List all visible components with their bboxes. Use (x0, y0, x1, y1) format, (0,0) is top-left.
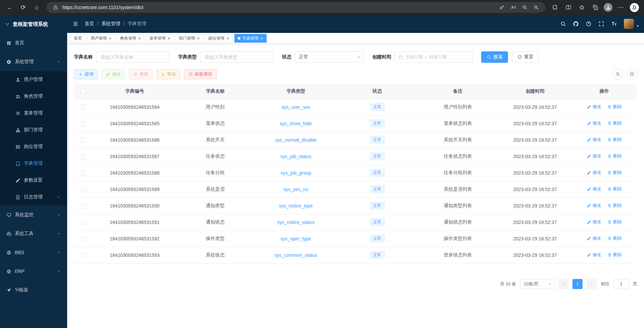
tab-menu-management[interactable]: 菜单管理× (146, 34, 174, 43)
sidebar-item-system-monitor[interactable]: 系统监控 (0, 205, 67, 224)
dict-type-link[interactable]: sys_notice_type (279, 203, 313, 208)
page-number-button[interactable]: 1 (572, 279, 583, 289)
sidebar-item-yi-framework[interactable]: Yi框架 (0, 281, 67, 299)
tab-user-management[interactable]: 用户管理× (87, 34, 115, 43)
row-checkbox[interactable] (81, 236, 86, 241)
add-button[interactable]: 新增 (74, 69, 98, 79)
edit-row-action[interactable]: 修改 (587, 186, 601, 192)
row-checkbox[interactable] (81, 220, 86, 225)
sidebar-item-log-management[interactable]: 日志管理 (0, 189, 67, 205)
delete-row-action[interactable]: 删除 (607, 137, 622, 143)
zoom-out-icon[interactable] (520, 3, 529, 12)
sidebar-item-dept-management[interactable]: 部门管理 (0, 122, 67, 138)
close-icon[interactable]: × (197, 36, 200, 41)
browser-refresh-icon[interactable]: ⟳ (17, 2, 30, 13)
delete-row-action[interactable]: 删除 (607, 153, 622, 159)
edit-row-action[interactable]: 修改 (587, 252, 601, 258)
sidebar-item-param-settings[interactable]: 参数设置 (0, 172, 67, 189)
edit-row-action[interactable]: 修改 (587, 170, 601, 176)
favorites-icon[interactable] (576, 2, 588, 13)
password-key-icon[interactable] (498, 3, 506, 12)
user-avatar[interactable] (624, 19, 634, 29)
search-button[interactable]: 搜索 (481, 51, 508, 63)
status-select[interactable]: 正常 ▾ (295, 51, 364, 63)
app-logo[interactable]: 意框架管理系统 (0, 15, 67, 34)
dict-type-input[interactable] (200, 51, 273, 63)
date-range-picker[interactable]: 开始日期 - 结束日期 (395, 51, 472, 63)
edit-row-action[interactable]: 修改 (587, 153, 601, 159)
dict-type-link[interactable]: sys_user_sex (281, 104, 310, 110)
header-search-icon[interactable] (560, 21, 566, 27)
delete-button[interactable]: 删除 (129, 69, 153, 79)
help-icon[interactable] (586, 21, 592, 27)
dict-type-link[interactable]: sys_job_status (280, 154, 312, 159)
fullscreen-icon[interactable] (598, 21, 604, 27)
tab-post-management[interactable]: 岗位管理× (205, 34, 232, 43)
delete-row-action[interactable]: 删除 (607, 235, 622, 241)
reset-button[interactable]: 重置 (512, 51, 539, 63)
browser-back-icon[interactable]: ← (3, 2, 16, 13)
close-icon[interactable]: × (261, 36, 263, 41)
edit-row-action[interactable]: 修改 (587, 219, 601, 225)
edit-row-action[interactable]: 修改 (587, 104, 601, 110)
edit-row-action[interactable]: 修改 (587, 137, 601, 143)
edit-button[interactable]: 修改 (101, 69, 125, 79)
refresh-table-button[interactable] (627, 69, 637, 80)
close-icon[interactable]: × (168, 36, 170, 41)
dict-type-link[interactable]: sys_common_status (274, 252, 317, 258)
sidebar-item-role-management[interactable]: 角色管理 (0, 88, 67, 105)
sidebar-item-system-management[interactable]: 系统管理 (0, 52, 67, 71)
row-checkbox[interactable] (81, 187, 86, 192)
select-all-checkbox[interactable] (81, 89, 86, 94)
sidebar-fold-icon[interactable] (73, 21, 79, 27)
dict-type-link[interactable]: sys_yes_no (283, 187, 308, 192)
address-bar[interactable]: https://ccnetcore.com:1101/system/dict (46, 2, 545, 13)
delete-row-action[interactable]: 删除 (607, 104, 622, 110)
sidebar-item-bbs[interactable]: BBS (0, 243, 67, 262)
row-checkbox[interactable] (81, 121, 86, 126)
row-checkbox[interactable] (81, 138, 86, 143)
edit-row-action[interactable]: 修改 (587, 202, 601, 208)
prev-page-button[interactable]: ‹ (558, 279, 568, 289)
row-checkbox[interactable] (81, 171, 86, 176)
page-size-select[interactable]: 10条/页 ▾ (520, 279, 554, 289)
delete-row-action[interactable]: 删除 (607, 186, 622, 192)
edit-row-action[interactable]: 修改 (587, 120, 601, 126)
dict-type-link[interactable]: sys_oper_type (280, 236, 311, 241)
dict-name-input[interactable] (96, 51, 169, 63)
dict-type-link[interactable]: sys_job_group (280, 170, 311, 176)
sidebar-item-erp[interactable]: ERP (0, 262, 67, 281)
sidebar-item-user-management[interactable]: 用户管理 (0, 71, 67, 88)
browser-more-menu-icon[interactable]: ⋯ (614, 2, 627, 13)
delete-row-action[interactable]: 删除 (607, 120, 622, 126)
dict-type-link[interactable]: sys_show_hide (280, 121, 312, 126)
sidebar-item-dict-management[interactable]: 字典管理 (0, 155, 67, 172)
browser-profile-button[interactable] (602, 2, 614, 13)
toggle-search-button[interactable] (612, 69, 623, 80)
close-icon[interactable]: × (226, 36, 229, 41)
row-checkbox[interactable] (81, 253, 86, 258)
tab-dept-management[interactable]: 部门管理× (176, 34, 203, 43)
export-button[interactable]: 导出 (156, 69, 180, 79)
delete-row-action[interactable]: 删除 (607, 202, 622, 208)
add-favorite-star-icon[interactable] (532, 3, 541, 12)
read-aloud-icon[interactable] (509, 3, 518, 12)
dict-type-link[interactable]: sys_normal_disable (275, 137, 317, 143)
close-icon[interactable]: × (138, 36, 141, 41)
row-checkbox[interactable] (81, 203, 86, 208)
next-page-button[interactable]: › (587, 279, 597, 289)
browser-home-icon[interactable]: ⌂ (30, 2, 43, 13)
tab-home[interactable]: 首页 (71, 34, 85, 43)
sidebar-item-system-tools[interactable]: 系统工具 (0, 224, 67, 243)
sidebar-item-menu-management[interactable]: 菜单管理 (0, 105, 67, 122)
refresh-cache-button[interactable]: 刷新缓存 (184, 69, 217, 79)
breadcrumb-item[interactable]: 首页 (85, 21, 94, 27)
extensions-icon[interactable] (549, 2, 561, 13)
collections-icon[interactable] (589, 2, 602, 13)
sidebar-item-post-management[interactable]: 岗位管理 (0, 138, 67, 155)
tab-role-management[interactable]: 角色管理× (117, 34, 144, 43)
goto-page-input[interactable] (613, 279, 629, 289)
row-checkbox[interactable] (81, 154, 86, 159)
close-icon[interactable]: × (109, 36, 111, 41)
github-icon[interactable] (573, 21, 579, 27)
